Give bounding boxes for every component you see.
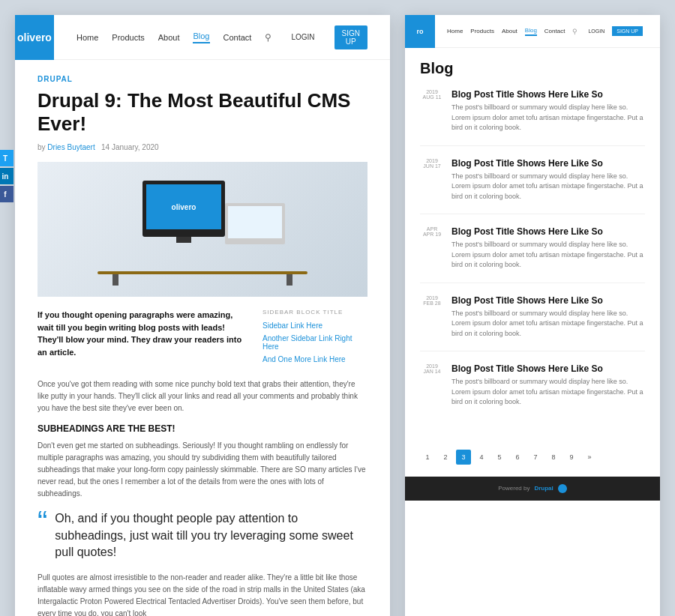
header: olivero Home Products About Blog Contact… <box>15 15 390 60</box>
blog-page-title: Blog <box>420 60 645 77</box>
linkedin-icon[interactable]: in <box>0 168 14 184</box>
page-next[interactable]: » <box>582 450 597 465</box>
article-subheading: SUBHEADINGS ARE THE BEST! <box>38 423 368 434</box>
post-summary-4: The post's billboard or summary would di… <box>452 309 645 339</box>
post-summary-1: The post's billboard or summary would di… <box>452 103 645 133</box>
post-year-1: 2019 <box>420 89 444 94</box>
right-search-icon[interactable]: ⚲ <box>572 28 578 35</box>
post-title-4[interactable]: Blog Post Title Shows Here Like So <box>452 295 645 306</box>
right-nav-about[interactable]: About <box>502 28 518 34</box>
quote-mark: “ <box>38 507 47 561</box>
desk-leg-right <box>286 274 292 286</box>
sidebar-link-3[interactable]: And One More Link Here <box>262 355 368 363</box>
twitter-icon[interactable]: T <box>0 150 14 166</box>
article: DRUPAL Drupal 9: The Most Beautiful CMS … <box>15 60 390 616</box>
desk-legs <box>112 274 292 286</box>
nav-products[interactable]: Products <box>112 33 144 42</box>
post-date-5: 2019 JAN 14 <box>420 363 444 408</box>
sidebar-link-1[interactable]: Sidebar Link Here <box>262 321 368 330</box>
article-hero-image: olivero <box>38 162 368 297</box>
right-main-nav: Home Products About Blog Contact ⚲ LOGIN… <box>447 26 648 36</box>
two-col-section: If you thought opening paragraphs were a… <box>38 309 368 368</box>
post-date-1: 2019 AUG 11 <box>420 89 444 133</box>
login-button[interactable]: LOGIN <box>291 33 314 41</box>
page-7[interactable]: 7 <box>528 450 543 465</box>
monitor-logo: olivero <box>172 203 196 211</box>
post-year-2: 2019 <box>420 158 444 163</box>
right-signup-button[interactable]: SIGN UP <box>612 26 643 36</box>
post-body-2: Blog Post Title Shows Here Like So The p… <box>452 158 645 202</box>
pull-quote: “ Oh, and if you thought people pay atte… <box>38 510 368 561</box>
social-bar: T in f <box>0 150 14 202</box>
page-8[interactable]: 8 <box>546 450 561 465</box>
post-summary-5: The post's billboard or summary would di… <box>452 377 645 408</box>
post-year-3: APR <box>420 226 444 232</box>
page-3[interactable]: 3 <box>456 450 471 465</box>
blog-content: Blog 2019 AUG 11 Blog Post Title Shows H… <box>405 48 660 444</box>
post-summary-3: The post's billboard or summary would di… <box>452 240 645 271</box>
post-month-2: JUN 17 <box>420 163 444 169</box>
article-body-1: Once you've got them reading with some n… <box>38 378 368 414</box>
nav-blog[interactable]: Blog <box>193 31 209 43</box>
laptop-screen <box>228 206 282 238</box>
post-body-1: Blog Post Title Shows Here Like So The p… <box>452 89 645 133</box>
right-login-button[interactable]: LOGIN <box>588 28 604 34</box>
post-title-1[interactable]: Blog Post Title Shows Here Like So <box>452 89 645 100</box>
sidebar-link-2[interactable]: Another Sidebar Link Right Here <box>262 334 368 351</box>
post-title-2[interactable]: Blog Post Title Shows Here Like So <box>452 158 645 169</box>
right-nav-products[interactable]: Products <box>470 28 494 34</box>
right-nav-home[interactable]: Home <box>447 28 463 34</box>
post-date-3: APR APR 19 <box>420 226 444 271</box>
post-month-1: AUG 11 <box>420 94 444 100</box>
blog-post-4: 2019 FEB 28 Blog Post Title Shows Here L… <box>420 295 645 352</box>
facebook-icon[interactable]: f <box>0 186 14 202</box>
post-year-4: 2019 <box>420 295 444 301</box>
blog-post-1: 2019 AUG 11 Blog Post Title Shows Here L… <box>420 89 645 146</box>
post-body-4: Blog Post Title Shows Here Like So The p… <box>452 295 645 339</box>
nav-home[interactable]: Home <box>76 33 98 42</box>
page-5[interactable]: 5 <box>492 450 507 465</box>
article-category: DRUPAL <box>38 75 368 83</box>
footer-powered-text: Powered by <box>498 485 530 492</box>
signup-button[interactable]: SIGN UP <box>334 25 368 49</box>
laptop <box>225 203 285 244</box>
right-nav-contact[interactable]: Contact <box>544 28 566 34</box>
nav-contact[interactable]: Contact <box>224 33 252 42</box>
pagination: 1 2 3 4 5 6 7 8 9 » <box>405 444 660 477</box>
page-9[interactable]: 9 <box>564 450 579 465</box>
search-icon[interactable]: ⚲ <box>265 32 272 43</box>
sidebar-block: SIDEBAR BLOCK TITLE Sidebar Link Here An… <box>262 309 368 368</box>
article-body-2: Don't even get me started on subheadings… <box>38 440 368 500</box>
meta-author[interactable]: Dries Buytaert <box>47 143 94 151</box>
post-body-3: Blog Post Title Shows Here Like So The p… <box>452 226 645 271</box>
article-body-3: Pull quotes are almost irresistible to t… <box>38 572 368 616</box>
page-2[interactable]: 2 <box>438 450 453 465</box>
post-date-2: 2019 JUN 17 <box>420 158 444 202</box>
logo-box[interactable]: olivero <box>15 15 54 60</box>
meta-by: by <box>38 143 46 151</box>
post-body-5: Blog Post Title Shows Here Like So The p… <box>452 363 645 408</box>
desk-leg-left <box>112 274 118 286</box>
sidebar-block-title: SIDEBAR BLOCK TITLE <box>262 309 368 315</box>
nav-about[interactable]: About <box>158 33 180 42</box>
blog-post-3: APR APR 19 Blog Post Title Shows Here Li… <box>420 226 645 283</box>
drupal-icon <box>558 484 567 493</box>
pull-quote-text: Oh, and if you thought people pay attent… <box>55 510 368 561</box>
post-title-5[interactable]: Blog Post Title Shows Here Like So <box>452 363 645 374</box>
post-month-5: JAN 14 <box>420 369 444 374</box>
right-footer: Powered by Drupal <box>405 477 660 501</box>
post-title-3[interactable]: Blog Post Title Shows Here Like So <box>452 226 645 237</box>
scene: olivero Home Products About Blog Contact… <box>15 15 660 616</box>
right-nav-blog[interactable]: Blog <box>525 27 537 36</box>
footer-drupal-brand: Drupal <box>534 485 553 492</box>
blog-post-5: 2019 JAN 14 Blog Post Title Shows Here L… <box>420 363 645 420</box>
page-4[interactable]: 4 <box>474 450 489 465</box>
page-1[interactable]: 1 <box>420 450 435 465</box>
page-6[interactable]: 6 <box>510 450 525 465</box>
post-date-4: 2019 FEB 28 <box>420 295 444 339</box>
right-logo-box[interactable]: ro <box>405 15 435 48</box>
blog-post-2: 2019 JUN 17 Blog Post Title Shows Here L… <box>420 158 645 215</box>
right-logo: ro <box>417 28 424 35</box>
article-lead: If you thought opening paragraphs were a… <box>38 309 248 368</box>
article-title: Drupal 9: The Most Beautiful CMS Ever! <box>38 89 368 136</box>
